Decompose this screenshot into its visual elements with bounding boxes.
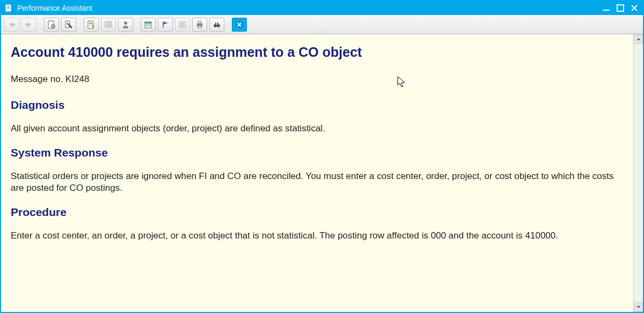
chevron-down-icon	[636, 304, 641, 310]
close-button[interactable]	[629, 3, 640, 13]
customize-local-layout-button[interactable]	[61, 18, 76, 32]
vertical-scrollbar[interactable]	[633, 34, 643, 312]
wrench-page-icon	[64, 20, 73, 29]
page-gear-icon	[47, 20, 56, 29]
svg-point-20	[124, 21, 127, 25]
svg-rect-5	[617, 5, 624, 11]
x-box-icon	[236, 21, 243, 28]
nav-back-button[interactable]	[4, 18, 19, 32]
svg-rect-24	[148, 25, 149, 26]
technical-info-button[interactable]	[44, 18, 59, 32]
svg-rect-16	[89, 23, 92, 23]
flag-button[interactable]	[158, 18, 173, 32]
window-title: Performance Assistant	[17, 4, 601, 12]
page-pencil-icon	[87, 20, 96, 29]
scroll-down-button[interactable]	[634, 302, 643, 312]
print-button[interactable]	[192, 18, 207, 32]
svg-rect-8	[12, 24, 15, 26]
calendar-button[interactable]	[141, 18, 156, 32]
section-heading-procedure: Procedure	[11, 205, 624, 219]
svg-rect-31	[198, 26, 201, 28]
svg-point-12	[53, 25, 54, 27]
user-button[interactable]	[118, 18, 133, 32]
svg-rect-3	[7, 8, 10, 9]
settings-button[interactable]	[175, 18, 190, 32]
svg-rect-23	[146, 25, 147, 26]
toolbar-grip[interactable]: · · · · ·	[313, 29, 331, 34]
application-help-button[interactable]	[101, 18, 116, 32]
help-content: Account 410000 requires an assignment to…	[1, 34, 633, 312]
chevron-up-icon	[636, 36, 641, 42]
svg-rect-1	[7, 6, 10, 6]
gear-box-icon	[178, 20, 187, 29]
section-text-diagnosis: All given account assignment objects (or…	[11, 123, 624, 134]
close-help-button[interactable]	[232, 18, 247, 32]
arrow-left-icon	[8, 21, 16, 28]
printer-icon	[195, 20, 204, 29]
svg-rect-35	[217, 23, 218, 25]
section-text-procedure: Enter a cost center, an order, a project…	[11, 230, 624, 241]
svg-rect-4	[603, 10, 610, 11]
svg-rect-22	[145, 22, 151, 24]
edit-document-button[interactable]	[84, 18, 99, 32]
message-number: Message no. KI248	[11, 73, 624, 85]
performance-assistant-window: Performance Assistant	[0, 0, 644, 313]
section-heading-diagnosis: Diagnosis	[11, 98, 624, 112]
binoculars-icon	[213, 20, 221, 29]
svg-point-14	[67, 23, 69, 25]
section-heading-system-response: System Response	[11, 146, 624, 160]
message-title: Account 410000 requires an assignment to…	[11, 44, 624, 61]
minimize-button[interactable]	[601, 3, 612, 13]
svg-rect-2	[7, 7, 10, 8]
svg-rect-9	[26, 24, 28, 26]
person-icon	[121, 20, 130, 29]
toolbar: · · · · ·	[1, 15, 643, 34]
maximize-button[interactable]	[615, 3, 626, 13]
section-text-system-response: Statistical orders or projects are ignor…	[11, 170, 624, 193]
content-area: Account 410000 requires an assignment to…	[1, 34, 643, 312]
svg-rect-25	[149, 25, 150, 26]
svg-rect-30	[198, 21, 201, 24]
find-button[interactable]	[209, 18, 224, 32]
book-icon	[104, 20, 113, 29]
titlebar[interactable]: Performance Assistant	[1, 1, 643, 15]
scroll-up-button[interactable]	[634, 34, 643, 44]
svg-rect-15	[88, 21, 93, 28]
window-controls	[601, 3, 640, 13]
svg-rect-27	[179, 21, 186, 28]
svg-rect-17	[89, 24, 92, 24]
nav-forward-button[interactable]	[21, 18, 36, 32]
flag-icon	[161, 20, 170, 29]
app-icon	[4, 3, 14, 13]
svg-rect-34	[215, 23, 216, 25]
calendar-icon	[144, 20, 152, 29]
arrow-right-icon	[25, 21, 33, 28]
